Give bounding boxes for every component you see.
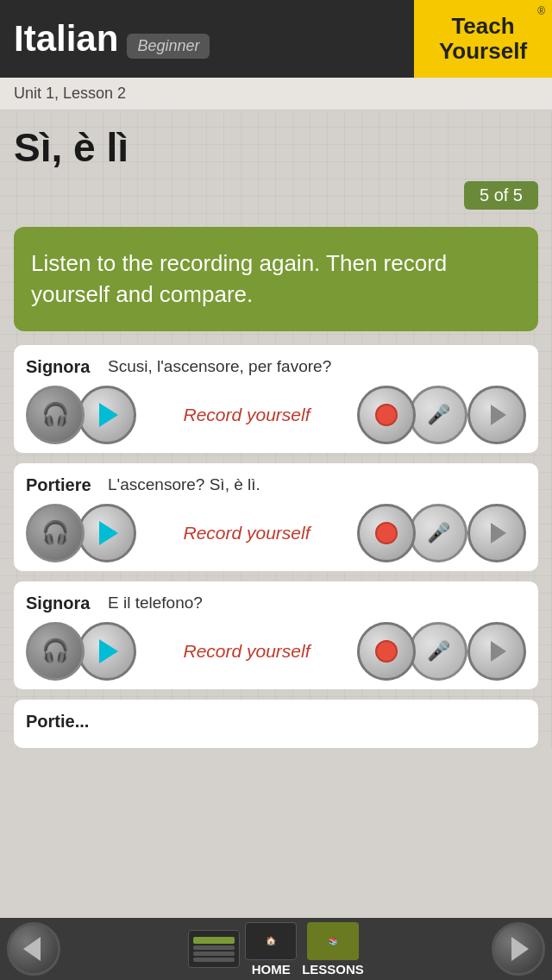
app-title: Italian: [14, 18, 118, 60]
headphone-icon-3: 🎧: [41, 638, 69, 664]
play-triangle-3: [99, 639, 118, 663]
content-area: Sì, è lì 5 of 5 Listen to the recording …: [0, 110, 552, 748]
playback-triangle-2: [491, 523, 506, 543]
playback-button-1[interactable]: [467, 386, 526, 444]
bottom-navigation: 🏠 HOME 📚 LESSONS: [0, 918, 552, 980]
record-group-3: 🎤: [357, 622, 526, 681]
brand-logo: ® TeachYourself: [414, 0, 552, 78]
nav-menu-thumb-img: [188, 930, 240, 968]
controls-row-2: 🎧 Record yourself 🎤: [26, 504, 526, 562]
speaker-text-1: Scusi, l'ascensore, per favore?: [108, 357, 526, 376]
speaker-line-3: Signora E il telefono?: [26, 594, 526, 613]
progress-row: 5 of 5: [14, 181, 538, 218]
dialogue-item-2: Portiere L'ascensore? Sì, è lì. 🎧 Record…: [14, 463, 538, 571]
headphone-button-1[interactable]: 🎧: [26, 386, 85, 444]
mic-icon-3: 🎤: [427, 640, 450, 663]
record-label-3: Record yourself: [136, 641, 357, 662]
play-triangle-1: [99, 403, 118, 427]
play-group-3: 🎧: [26, 622, 136, 681]
record-dot-1: [375, 404, 398, 426]
record-button-1[interactable]: [357, 386, 416, 444]
nav-home-thumb: 🏠: [245, 922, 297, 960]
nav-lessons-label: LESSONS: [302, 962, 364, 977]
play-button-3[interactable]: [78, 622, 136, 681]
record-button-3[interactable]: [357, 622, 416, 681]
speaker-name-2: Portiere: [26, 475, 108, 495]
headphone-icon-2: 🎧: [41, 519, 69, 546]
nav-center: 🏠 HOME 📚 LESSONS: [60, 922, 492, 977]
record-dot-2: [375, 522, 398, 544]
nav-lessons-item[interactable]: 📚 LESSONS: [302, 922, 364, 977]
header-left: Italian Beginner: [14, 18, 210, 60]
mic-button-2[interactable]: 🎤: [409, 504, 467, 562]
nav-back-button[interactable]: [7, 922, 60, 976]
nav-back-arrow: [23, 937, 41, 961]
record-dot-3: [375, 640, 398, 663]
headphone-button-2[interactable]: 🎧: [26, 504, 85, 562]
record-button-2[interactable]: [357, 504, 416, 562]
playback-button-2[interactable]: [467, 504, 526, 562]
instruction-box: Listen to the recording again. Then reco…: [14, 227, 538, 331]
mic-button-3[interactable]: 🎤: [409, 622, 467, 681]
nav-home-icon: 🏠: [266, 936, 276, 945]
dialogue-item-4-partial: Portie...: [14, 700, 538, 748]
play-triangle-2: [99, 521, 118, 545]
speaker-text-2: L'ascensore? Sì, è lì.: [108, 475, 526, 494]
playback-triangle-1: [491, 405, 506, 425]
unit-lesson-label: Unit 1, Lesson 2: [14, 85, 126, 102]
nav-lessons-thumb: 📚: [307, 922, 359, 960]
nav-menu-thumbnail[interactable]: [188, 930, 240, 968]
brand-text: TeachYourself: [439, 14, 527, 63]
play-button-1[interactable]: [78, 386, 136, 444]
mic-button-1[interactable]: 🎤: [409, 386, 467, 444]
playback-button-3[interactable]: [467, 622, 526, 681]
level-badge: Beginner: [127, 34, 210, 59]
mic-icon-2: 🎤: [427, 522, 450, 544]
record-label-2: Record yourself: [136, 523, 357, 543]
speaker-line-4: Portie...: [26, 712, 526, 732]
mic-icon-1: 🎤: [427, 404, 450, 426]
speaker-line-1: Signora Scusi, l'ascensore, per favore?: [26, 357, 526, 377]
headphone-icon-1: 🎧: [41, 401, 69, 428]
speaker-line-2: Portiere L'ascensore? Sì, è lì.: [26, 475, 526, 495]
lesson-title: Sì, è lì: [14, 124, 538, 171]
instruction-text: Listen to the recording again. Then reco…: [31, 250, 447, 307]
play-group-1: 🎧: [26, 386, 136, 444]
speaker-name-1: Signora: [26, 357, 108, 377]
playback-triangle-3: [491, 641, 506, 662]
nav-forward-button[interactable]: [492, 922, 545, 976]
dialogue-item-3: Signora E il telefono? 🎧 Record yourself…: [14, 581, 538, 689]
nav-home-item[interactable]: 🏠 HOME: [245, 922, 297, 977]
subheader: Unit 1, Lesson 2: [0, 78, 552, 110]
app-header: Italian Beginner ® TeachYourself: [0, 0, 552, 78]
speaker-text-3: E il telefono?: [108, 594, 526, 612]
controls-row-3: 🎧 Record yourself 🎤: [26, 622, 526, 681]
controls-row-1: 🎧 Record yourself 🎤: [26, 386, 526, 444]
record-label-1: Record yourself: [136, 405, 357, 425]
speaker-name-4: Portie...: [26, 712, 108, 732]
play-button-2[interactable]: [78, 504, 136, 562]
progress-badge: 5 of 5: [464, 181, 538, 210]
headphone-button-3[interactable]: 🎧: [26, 622, 85, 681]
play-group-2: 🎧: [26, 504, 136, 562]
nav-home-label: HOME: [252, 962, 291, 977]
dialogue-item-1: Signora Scusi, l'ascensore, per favore? …: [14, 345, 538, 453]
record-group-1: 🎤: [357, 386, 526, 444]
record-group-2: 🎤: [357, 504, 526, 562]
speaker-name-3: Signora: [26, 594, 108, 613]
registered-mark: ®: [537, 5, 545, 17]
nav-forward-arrow: [511, 937, 529, 961]
